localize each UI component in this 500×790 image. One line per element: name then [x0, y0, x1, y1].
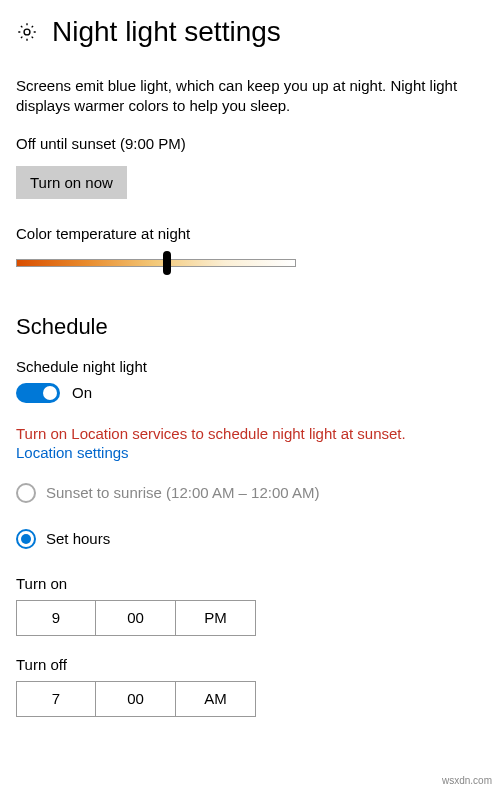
- radio-sunset-label: Sunset to sunrise (12:00 AM – 12:00 AM): [46, 484, 320, 501]
- slider-thumb[interactable]: [163, 251, 171, 275]
- radio-circle-icon: [16, 529, 36, 549]
- turn-on-time-picker[interactable]: 9 00 PM: [16, 600, 484, 636]
- radio-set-hours[interactable]: Set hours: [16, 529, 484, 549]
- radio-circle-icon: [16, 483, 36, 503]
- svg-point-0: [24, 29, 30, 35]
- turn-on-period[interactable]: PM: [176, 600, 256, 636]
- turn-off-time-picker[interactable]: 7 00 AM: [16, 681, 484, 717]
- page-title: Night light settings: [52, 16, 281, 48]
- turn-on-minute[interactable]: 00: [96, 600, 176, 636]
- turn-on-now-button[interactable]: Turn on now: [16, 166, 127, 199]
- toggle-knob: [43, 386, 57, 400]
- description-text: Screens emit blue light, which can keep …: [16, 76, 484, 117]
- color-temp-label: Color temperature at night: [16, 225, 484, 242]
- color-temp-slider[interactable]: [16, 250, 296, 276]
- turn-off-minute[interactable]: 00: [96, 681, 176, 717]
- schedule-heading: Schedule: [16, 314, 484, 340]
- page-header: Night light settings: [16, 16, 484, 48]
- location-warning: Turn on Location services to schedule ni…: [16, 425, 484, 442]
- turn-off-period[interactable]: AM: [176, 681, 256, 717]
- slider-track: [16, 259, 296, 267]
- watermark-text: wsxdn.com: [442, 775, 492, 786]
- schedule-toggle-label: Schedule night light: [16, 358, 484, 375]
- schedule-toggle[interactable]: [16, 383, 60, 403]
- turn-on-hour[interactable]: 9: [16, 600, 96, 636]
- turn-on-label: Turn on: [16, 575, 484, 592]
- radio-sunset-sunrise[interactable]: Sunset to sunrise (12:00 AM – 12:00 AM): [16, 483, 484, 503]
- radio-hours-label: Set hours: [46, 530, 110, 547]
- location-settings-link[interactable]: Location settings: [16, 444, 129, 461]
- toggle-state-text: On: [72, 384, 92, 401]
- radio-dot-icon: [21, 534, 31, 544]
- status-text: Off until sunset (9:00 PM): [16, 135, 484, 152]
- gear-icon: [16, 21, 38, 43]
- turn-off-hour[interactable]: 7: [16, 681, 96, 717]
- turn-off-label: Turn off: [16, 656, 484, 673]
